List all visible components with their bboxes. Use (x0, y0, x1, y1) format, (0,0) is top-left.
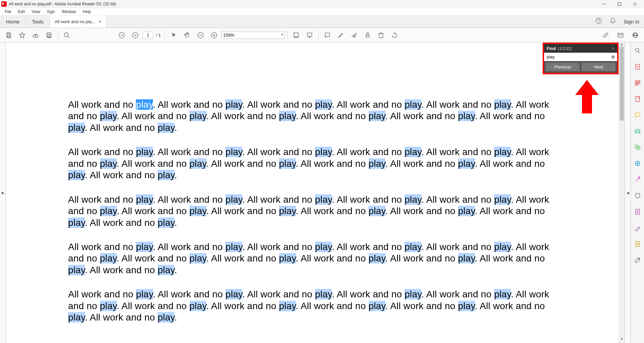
page-up-icon[interactable] (116, 29, 128, 41)
search-highlight: play (100, 158, 117, 169)
page-number-input[interactable] (143, 32, 153, 39)
search-highlight: play (279, 206, 296, 216)
export-pdf-icon[interactable] (634, 63, 642, 71)
fit-width-icon[interactable] (290, 29, 302, 41)
search-highlight: play (369, 253, 385, 263)
zoom-select[interactable] (221, 32, 284, 39)
edit-pdf-icon[interactable] (634, 79, 642, 87)
window-title: All work and no play.pdf - Adobe Acrobat… (9, 2, 596, 6)
tab-tools[interactable]: Tools (26, 15, 50, 28)
minimize-button[interactable] (596, 0, 612, 8)
find-header[interactable]: Find (1/132) × (544, 44, 617, 53)
highlight-tool-icon[interactable] (335, 29, 347, 41)
svg-rect-31 (636, 97, 640, 102)
search-highlight: play (68, 170, 85, 180)
search-icon[interactable] (61, 29, 73, 41)
scroll-down-icon[interactable]: ▼ (619, 337, 625, 343)
scroll-thumb[interactable] (620, 47, 624, 120)
create-pdf-icon[interactable] (634, 95, 642, 103)
comment-pane-icon[interactable] (634, 111, 642, 119)
zoom-out-icon[interactable] (195, 29, 207, 41)
find-next-button[interactable]: Next (582, 63, 615, 71)
toolbar: / 1 (0, 28, 644, 43)
search-highlight: play (190, 301, 206, 311)
print-icon[interactable] (43, 29, 55, 41)
search-highlight: play (405, 147, 421, 157)
search-highlight: play (190, 111, 206, 121)
vertical-scrollbar[interactable]: ▲ ▼ (619, 43, 625, 343)
zoom-in-icon[interactable] (208, 29, 220, 41)
find-close-icon[interactable]: × (612, 46, 614, 51)
page-down-icon[interactable] (129, 29, 141, 41)
nav-pane-toggle[interactable]: ▶ (0, 43, 6, 343)
zoom-input[interactable] (221, 32, 284, 39)
svg-point-5 (599, 22, 599, 23)
cloud-upload-icon[interactable] (30, 29, 42, 41)
link-icon[interactable] (600, 29, 612, 41)
tab-document[interactable]: All work and no pla... × (50, 15, 106, 28)
sign-tool-icon[interactable] (348, 29, 360, 41)
rotate-icon[interactable] (388, 29, 400, 41)
find-previous-button[interactable]: Previous (546, 63, 580, 71)
search-highlight: play (68, 122, 85, 133)
bell-icon[interactable] (609, 17, 616, 26)
search-highlight: play (136, 242, 153, 252)
menu-window[interactable]: Window (59, 9, 79, 15)
pointer-icon[interactable] (168, 29, 180, 41)
scan-icon[interactable] (634, 127, 642, 135)
delete-icon[interactable] (375, 29, 387, 41)
svg-line-26 (638, 51, 640, 53)
find-count: (1/132) (558, 46, 572, 51)
page-canvas[interactable]: All work and no play. All work and no pl… (6, 43, 619, 343)
menu-edit[interactable]: Edit (15, 9, 28, 15)
maximize-button[interactable] (612, 0, 627, 8)
search-highlight: play (190, 253, 206, 263)
search-highlight: play (225, 147, 242, 157)
search-highlight: play (68, 217, 85, 228)
signin-link[interactable]: Sign In (624, 19, 639, 24)
protect-icon[interactable] (634, 192, 642, 200)
find-input[interactable] (545, 53, 610, 60)
tab-home[interactable]: Home (0, 15, 26, 28)
fit-page-icon[interactable] (304, 29, 316, 41)
help-icon[interactable] (595, 17, 602, 26)
save-icon[interactable] (3, 29, 15, 41)
close-button[interactable] (627, 0, 643, 8)
combine-icon[interactable] (634, 143, 642, 151)
titlebar: All work and no play.pdf - Adobe Acrobat… (0, 0, 644, 8)
menu-view[interactable]: View (29, 9, 43, 15)
hand-icon[interactable] (181, 29, 193, 41)
search-pane-icon[interactable] (634, 47, 642, 55)
page-total-label: / 1 (156, 33, 161, 38)
account-icon[interactable] (629, 29, 641, 41)
separator (165, 31, 165, 40)
more-tools-icon[interactable] (634, 256, 642, 264)
right-sidebar (631, 43, 644, 343)
find-settings-icon[interactable]: ✲ (610, 54, 616, 60)
comment-icon[interactable] (321, 29, 333, 41)
search-highlight: play (190, 158, 206, 169)
search-highlight: play (405, 242, 421, 252)
organize-icon[interactable] (634, 159, 642, 167)
fill-sign-icon[interactable] (634, 224, 642, 232)
tabbar: Home Tools All work and no pla... × Sign… (0, 15, 644, 28)
search-highlight: play (158, 217, 174, 228)
mail-icon[interactable] (614, 29, 627, 41)
compress-icon[interactable] (634, 208, 642, 216)
convert-icon[interactable] (634, 240, 642, 248)
paragraph: All work and no play. All work and no pl… (68, 241, 557, 276)
search-highlight: play (158, 265, 174, 275)
search-highlight: play (136, 99, 153, 110)
menu-file[interactable]: File (2, 9, 14, 15)
star-icon[interactable] (16, 29, 28, 41)
search-highlight: play (225, 242, 242, 252)
search-highlight: play (315, 194, 332, 205)
menu-sign[interactable]: Sign (44, 9, 58, 15)
menu-help[interactable]: Help (80, 9, 94, 15)
redact-icon[interactable] (634, 176, 642, 184)
svg-rect-1 (618, 2, 621, 5)
stamp-icon[interactable] (362, 29, 374, 41)
tab-close-icon[interactable]: × (99, 19, 101, 24)
right-pane-toggle[interactable]: ◀ (625, 43, 631, 343)
search-highlight: play (494, 99, 511, 110)
